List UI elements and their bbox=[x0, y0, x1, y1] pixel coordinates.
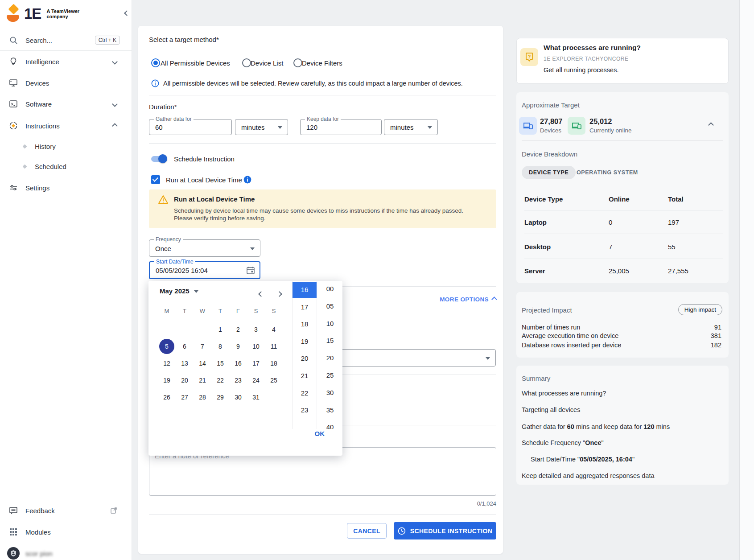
search-input[interactable]: Search... Ctrl + K bbox=[0, 33, 132, 47]
calendar-day[interactable]: 16 bbox=[229, 356, 247, 371]
minute-option[interactable]: 00 bbox=[317, 281, 343, 297]
calendar-day[interactable]: 3 bbox=[247, 322, 265, 337]
caret-down-icon bbox=[250, 247, 255, 250]
cancel-button[interactable]: CANCEL bbox=[347, 523, 387, 539]
calendar-day[interactable]: 23 bbox=[229, 373, 247, 388]
calendar-day[interactable]: 28 bbox=[194, 390, 211, 405]
sidebar-item-modules[interactable]: Modules bbox=[0, 525, 132, 539]
calendar-day[interactable]: 18 bbox=[265, 356, 283, 371]
minute-option[interactable]: 10 bbox=[317, 316, 343, 332]
sidebar-item-intelligence[interactable]: Intelligence bbox=[0, 55, 132, 68]
sidebar-item-software[interactable]: Software bbox=[0, 97, 132, 111]
tab-operating-system[interactable]: OPERATING SYSTEM bbox=[577, 166, 638, 179]
monitor-icon bbox=[8, 78, 19, 88]
calendar-day[interactable]: 2 bbox=[229, 322, 247, 337]
calendar-day[interactable]: 13 bbox=[176, 356, 194, 371]
calendar-day[interactable]: 6 bbox=[176, 339, 194, 354]
minute-option[interactable]: 15 bbox=[317, 333, 343, 349]
radio-device-list[interactable] bbox=[242, 58, 251, 67]
calendar-day[interactable]: 4 bbox=[265, 322, 283, 337]
radio-label[interactable]: Device Filters bbox=[302, 59, 342, 67]
sidebar-item-label: Intelligence bbox=[25, 58, 59, 66]
local-device-time-label: Run at Local Device Time bbox=[166, 176, 242, 184]
more-options-button[interactable]: MORE OPTIONS bbox=[440, 296, 496, 303]
calendar-day[interactable]: 7 bbox=[194, 339, 211, 354]
cancel-label: CANCEL bbox=[353, 527, 380, 535]
collapse-panel-chevron[interactable] bbox=[709, 121, 713, 129]
user-menu[interactable]: scor pion bbox=[0, 547, 132, 560]
start-datetime-field[interactable]: Start Date/Time 05/05/2025 16:04 bbox=[149, 261, 260, 279]
hour-option[interactable]: 19 bbox=[293, 334, 317, 350]
calendar-day[interactable]: 21 bbox=[194, 373, 211, 388]
month-caret-icon[interactable] bbox=[194, 290, 198, 293]
calendar-day[interactable]: 14 bbox=[194, 356, 211, 371]
calendar-day[interactable]: 30 bbox=[229, 390, 247, 405]
calendar-day[interactable]: 22 bbox=[211, 373, 229, 388]
sidebar-item-label: Devices bbox=[25, 79, 49, 87]
calendar-day[interactable]: 10 bbox=[247, 339, 265, 354]
sidebar-item-scheduled[interactable]: Scheduled bbox=[0, 160, 132, 173]
radio-all-permissible-devices[interactable] bbox=[151, 58, 160, 67]
radio-label[interactable]: Device List bbox=[251, 59, 283, 67]
hour-option[interactable]: 17 bbox=[293, 299, 317, 315]
calendar-day[interactable]: 31 bbox=[247, 390, 265, 405]
tab-device-type[interactable]: DEVICE TYPE bbox=[522, 166, 576, 179]
table-cell: Server bbox=[524, 267, 545, 275]
calendar-day[interactable]: 15 bbox=[211, 356, 229, 371]
prev-month-button[interactable] bbox=[259, 290, 265, 296]
minute-option[interactable]: 20 bbox=[317, 350, 343, 366]
gather-data-field[interactable]: Gather data for 60 bbox=[149, 119, 232, 135]
schedule-instruction-toggle[interactable] bbox=[150, 154, 167, 163]
calendar-day[interactable]: 25 bbox=[265, 373, 283, 388]
ok-button[interactable]: OK bbox=[315, 430, 325, 437]
local-device-time-checkbox[interactable] bbox=[151, 175, 160, 184]
calendar-day[interactable]: 17 bbox=[247, 356, 265, 371]
keep-unit-select[interactable]: minutes bbox=[384, 119, 438, 135]
sidebar-item-settings[interactable]: Settings bbox=[0, 181, 132, 194]
minute-option[interactable]: 35 bbox=[317, 402, 343, 418]
minute-option[interactable]: 05 bbox=[317, 298, 343, 314]
summary-item: Keep detailed and aggregated responses d… bbox=[522, 472, 722, 479]
frequency-select[interactable]: Frequency Once bbox=[149, 239, 260, 257]
radio-device-filters[interactable] bbox=[293, 58, 302, 67]
schedule-instruction-button[interactable]: SCHEDULE INSTRUCTION bbox=[394, 522, 496, 539]
sidebar-item-instructions[interactable]: Instructions bbox=[0, 119, 132, 132]
calendar-day[interactable]: 20 bbox=[176, 373, 194, 388]
instruction-question-card: ? What processes are running? 1E EXPLORE… bbox=[516, 38, 729, 84]
calendar-day[interactable]: 8 bbox=[211, 339, 229, 354]
minute-option[interactable]: 25 bbox=[317, 367, 343, 383]
hour-option[interactable]: 21 bbox=[293, 368, 317, 384]
minute-option[interactable]: 30 bbox=[317, 385, 343, 401]
sidebar-collapse-button[interactable] bbox=[125, 9, 133, 17]
chevron-up-icon bbox=[491, 296, 497, 302]
calendar-day[interactable]: 27 bbox=[176, 390, 194, 405]
sidebar-item-feedback[interactable]: Feedback bbox=[0, 504, 132, 517]
calendar-day[interactable]: 9 bbox=[229, 339, 247, 354]
start-datetime-label: Start Date/Time bbox=[154, 259, 195, 265]
calendar-day[interactable]: 24 bbox=[247, 373, 265, 388]
next-month-button[interactable] bbox=[277, 290, 284, 296]
hour-option[interactable]: 23 bbox=[293, 402, 317, 418]
calendar-day[interactable]: 29 bbox=[211, 390, 229, 405]
calendar-day[interactable]: 1 bbox=[211, 322, 229, 337]
calendar-day[interactable]: 12 bbox=[158, 356, 176, 371]
online-devices-icon bbox=[568, 117, 585, 135]
minute-option[interactable]: 40 bbox=[317, 419, 343, 429]
calendar-day[interactable]: 5 bbox=[158, 339, 176, 354]
hour-option[interactable]: 18 bbox=[293, 316, 317, 332]
keep-data-field[interactable]: Keep data for 120 bbox=[300, 119, 382, 135]
info-icon[interactable] bbox=[243, 176, 251, 184]
calendar-day[interactable]: 19 bbox=[158, 373, 176, 388]
calendar-day[interactable]: 11 bbox=[265, 339, 283, 354]
calendar-icon[interactable] bbox=[246, 266, 255, 275]
sidebar-item-devices[interactable]: Devices bbox=[0, 76, 132, 90]
sidebar-item-history[interactable]: History bbox=[0, 140, 132, 153]
radio-label[interactable]: All Permissible Devices bbox=[161, 59, 230, 67]
hour-option[interactable]: 20 bbox=[293, 350, 317, 366]
hour-option[interactable]: 22 bbox=[293, 385, 317, 401]
gather-unit-select[interactable]: minutes bbox=[235, 119, 288, 135]
hour-option[interactable]: 16 bbox=[293, 282, 317, 298]
divider bbox=[149, 95, 496, 95]
calendar-day[interactable]: 26 bbox=[158, 390, 176, 405]
sidebar-subitem-label: History bbox=[35, 143, 56, 150]
